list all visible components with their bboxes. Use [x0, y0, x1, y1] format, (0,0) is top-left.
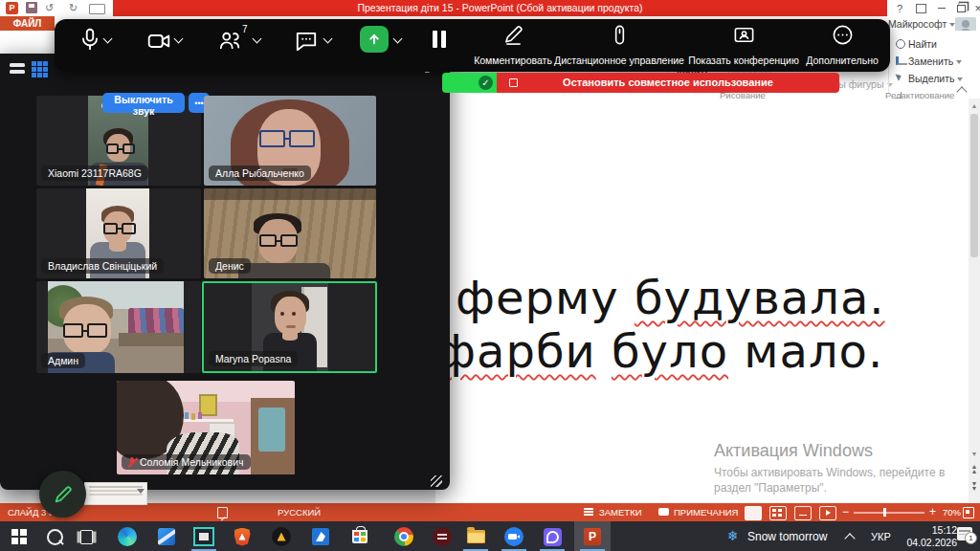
zoom-app-icon[interactable] [502, 525, 525, 548]
replace-button[interactable]: Заменить [908, 55, 962, 67]
mic-icon[interactable] [78, 27, 102, 52]
fit-slide-icon[interactable] [963, 507, 974, 518]
undo-icon[interactable]: ↺ [45, 2, 54, 13]
scroll-up-icon[interactable]: ▲ [969, 100, 980, 112]
select-button[interactable]: Выделить [908, 73, 963, 84]
zoom-level[interactable]: 70% [943, 503, 961, 521]
restore-button[interactable] [952, 0, 969, 16]
participant-name: Xiaomi 23117RA68G [41, 165, 148, 181]
comments-button[interactable]: ПРИМЕЧАНИЯ [674, 503, 738, 521]
stop-share-button[interactable]: Остановить совместное использование [497, 73, 839, 93]
zoom-in-button[interactable]: + [929, 503, 936, 521]
file-explorer-icon[interactable] [464, 525, 487, 548]
share-screen-icon[interactable] [360, 26, 389, 53]
show-conference-icon[interactable] [733, 24, 755, 46]
redo-icon[interactable]: ↻ [69, 2, 78, 13]
speaker-view-icon[interactable] [10, 63, 25, 75]
powerpoint-taskbar-icon[interactable]: P [581, 525, 604, 548]
video-tile[interactable]: Админ [36, 281, 201, 373]
remote-control-icon[interactable] [609, 24, 631, 46]
view-normal-button[interactable] [745, 506, 762, 520]
weather-text[interactable]: Snow tomorrow [747, 530, 827, 543]
slide-scrollbar[interactable]: ▲ ▼ ▲▲ ▼▼ [969, 99, 980, 503]
task-view-icon[interactable] [75, 525, 98, 548]
participants-icon[interactable] [217, 28, 242, 53]
notes-button[interactable]: ЗАМЕТКИ [599, 503, 642, 521]
share-options-icon[interactable] [393, 34, 403, 44]
zoom-slider-track[interactable] [854, 512, 924, 514]
slide-line-2: фарби було мало. [431, 324, 969, 378]
microsoft-store-icon[interactable] [348, 525, 371, 548]
slide-canvas[interactable]: ферму будувала. фарби було мало. Активац… [435, 99, 969, 503]
notifications-icon[interactable]: 1 [957, 527, 972, 540]
view-slideshow-button[interactable] [819, 506, 836, 520]
start-button-icon[interactable] [8, 525, 31, 548]
remote-control-label[interactable]: Дистанционное управление [554, 55, 684, 66]
show-conference-label[interactable]: Показать конференцию [688, 55, 799, 66]
account-name[interactable]: Майкрософт [888, 18, 955, 30]
find-icon [896, 39, 905, 49]
spellcheck-icon[interactable]: ✓ [217, 507, 228, 518]
tab-file[interactable]: ФАЙЛ [0, 16, 55, 31]
edge-icon[interactable] [116, 525, 139, 548]
zoom-gallery-window[interactable]: Xiaomi 23117RA68G Выключить звук ••• Алл… [0, 54, 450, 490]
ribbon-options-button[interactable] [912, 0, 929, 16]
close-button[interactable]: × [969, 0, 980, 16]
more-options-label[interactable]: Дополнительно [806, 55, 879, 66]
clock-date[interactable]: 04.02.2026 [890, 537, 957, 548]
previous-slide-icon[interactable]: ▲▲ [969, 464, 980, 475]
zoom-slider-thumb[interactable] [883, 508, 886, 517]
view-reading-button[interactable] [794, 506, 812, 520]
save-icon[interactable] [26, 2, 37, 13]
collapse-ribbon-icon[interactable] [956, 86, 967, 97]
zoom-out-button[interactable]: − [842, 503, 849, 521]
chrome-icon[interactable] [392, 525, 415, 548]
next-slide-icon[interactable]: ▼▼ [969, 481, 980, 493]
media-player-icon[interactable] [431, 525, 454, 548]
chat-options-icon[interactable] [323, 34, 333, 44]
camera-options-icon[interactable] [174, 34, 184, 44]
clock-time[interactable]: 15:12 [900, 524, 957, 536]
find-button[interactable]: Найти [908, 38, 937, 50]
aimp-icon[interactable] [270, 525, 293, 548]
minimize-button[interactable] [933, 0, 950, 16]
chat-icon[interactable] [294, 29, 319, 54]
brave-icon[interactable] [231, 525, 254, 548]
resize-handle[interactable] [431, 475, 442, 487]
participant-name: Соломія Мельникович [122, 454, 251, 470]
screen-recorder-icon[interactable] [192, 525, 215, 548]
scroll-down-icon[interactable]: ▼ [969, 449, 980, 460]
camera-icon[interactable] [146, 29, 171, 54]
slideshow-icon[interactable] [89, 4, 105, 14]
photos-app-icon[interactable] [309, 525, 332, 548]
more-options-icon[interactable] [832, 24, 854, 46]
keyboard-language[interactable]: УКР [871, 531, 891, 542]
slide-thumbnail-fragment[interactable] [84, 482, 147, 505]
dropdown-icon[interactable] [137, 489, 145, 494]
search-icon[interactable] [43, 525, 66, 548]
mail-app-icon[interactable] [155, 525, 178, 548]
help-button[interactable]: ? [891, 0, 908, 16]
viber-icon[interactable] [541, 525, 564, 548]
annotation-tools-button[interactable] [39, 471, 86, 518]
tray-expand-icon[interactable] [844, 533, 855, 543]
pause-share-icon[interactable] [431, 31, 448, 48]
view-slide-sorter-button[interactable] [769, 506, 787, 520]
mute-participant-button[interactable]: Выключить звук [102, 93, 185, 113]
video-tile[interactable]: Алла Рыбальченко [204, 96, 376, 186]
participants-options-icon[interactable] [253, 34, 262, 44]
activation-watermark-title: Активация Windows [714, 441, 873, 461]
gallery-view-icon[interactable] [32, 61, 48, 77]
slide-line-1: ферму будувала. [431, 271, 969, 324]
share-security-segment: ✓ [442, 73, 497, 93]
annotate-icon[interactable] [502, 24, 524, 46]
scrollbar-thumb[interactable] [970, 114, 978, 257]
language-indicator[interactable]: РУССКИЙ [278, 503, 321, 521]
video-tile[interactable]: Владислав Свінціцький [36, 188, 201, 278]
video-tile[interactable]: Денис [204, 188, 376, 278]
weather-icon[interactable]: ❄ [727, 528, 739, 543]
annotate-label[interactable]: Комментировать [474, 55, 552, 66]
video-tile-active-speaker[interactable]: Maryna Popasna [202, 281, 377, 373]
video-tile[interactable]: Соломія Мельникович [117, 381, 295, 474]
mic-options-icon[interactable] [103, 34, 113, 44]
